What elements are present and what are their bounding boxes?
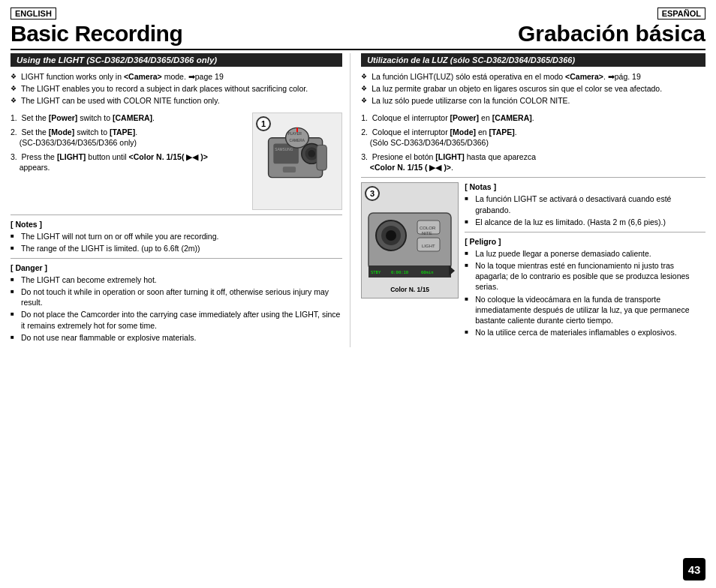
notes-es: [ Notas ] La función LIGHT se activará o… xyxy=(465,182,705,227)
section-header-es: Utilización de la LUZ (sólo SC-D362/D364… xyxy=(361,53,705,67)
svg-text:STBY: STBY xyxy=(371,270,381,274)
lang-badge-en: ENGLISH xyxy=(11,8,56,20)
step-en-1: 1. Set the [Power] switch to [CAMERA]. xyxy=(11,112,248,123)
bullet-en-2: The LIGHT can be used with COLOR NITE fu… xyxy=(11,95,342,106)
danger-en: [ Danger ] The LIGHT can become extremel… xyxy=(11,263,342,343)
svg-text:LIGHT: LIGHT xyxy=(422,244,435,248)
peligro-es-1: No la toque mientras esté en funcionamie… xyxy=(465,260,705,292)
color-nite-bottom: Color N. 1/15 xyxy=(390,286,429,293)
danger-en-1: Do not touch it while in operation or so… xyxy=(11,286,342,308)
danger-header-en: [ Danger ] xyxy=(11,263,342,272)
peligro-es-0: La luz puede llegar a ponerse demasiado … xyxy=(465,248,705,259)
step-es-2: 2. Coloque el interruptor [Mode] en [TAP… xyxy=(361,127,705,148)
step-es-3: 3. Presione el botón [LIGHT] hasta que a… xyxy=(361,152,705,172)
svg-point-15 xyxy=(386,230,396,241)
notes-en: [ Notes ] The LIGHT will not turn on or … xyxy=(11,220,342,254)
danger-list-en: The LIGHT can become extremely hot. Do n… xyxy=(11,274,342,343)
main-title-en: Basic Recording xyxy=(11,21,182,46)
right-column: Utilización de la LUZ (sólo SC-D362/D364… xyxy=(350,53,705,347)
peligro-list-es: La luz puede llegar a ponerse demasiado … xyxy=(465,248,705,338)
step3-badge: 3 xyxy=(365,186,380,201)
svg-text:0:00:10: 0:00:10 xyxy=(391,270,408,274)
svg-text:CAMERA: CAMERA xyxy=(290,138,305,142)
svg-text:NITE: NITE xyxy=(422,231,432,236)
danger-en-2: Do not place the Camcorder into the carr… xyxy=(11,309,342,330)
divider-danger xyxy=(11,258,342,259)
page-number: 43 xyxy=(683,558,705,580)
divider-es-mid xyxy=(361,177,705,178)
steps-image-row: 1. Set the [Power] switch to [CAMERA]. 2… xyxy=(11,112,342,210)
divider-mid xyxy=(11,214,342,215)
step1-badge: 1 xyxy=(256,116,271,131)
notes-header-es: [ Notas ] xyxy=(465,182,705,191)
peligro-header-es: [ Peligro ] xyxy=(465,237,705,246)
top-bar: ENGLISH ESPAÑOL xyxy=(11,8,705,20)
svg-rect-5 xyxy=(283,166,296,172)
note-es-0: La función LIGHT se activará o desactiva… xyxy=(465,194,705,214)
svg-text:PLAYER: PLAYER xyxy=(288,131,302,135)
left-column: Using the LIGHT (SC-D362/D364/D365/D366 … xyxy=(11,53,350,347)
light-image-area: 3 COLOR NITE LIGHT xyxy=(361,182,705,342)
step-en-2: 2. Set the [Mode] switch to [TAPE]. (SC-… xyxy=(11,127,248,148)
notes-list-en: The LIGHT will not turn on or off while … xyxy=(11,231,342,254)
light-image-step3: 3 COLOR NITE LIGHT xyxy=(361,182,459,298)
danger-en-0: The LIGHT can become extremely hot. xyxy=(11,274,342,285)
step-es-1: 1. Coloque el interruptor [Power] en [CA… xyxy=(361,112,705,123)
peligro-es-2: No coloque la videocámara en la funda de… xyxy=(465,294,705,326)
notes-header-en: [ Notes ] xyxy=(11,220,342,229)
bullet-es-0: La función LIGHT(LUZ) sólo está operativ… xyxy=(361,71,705,82)
note-en-0: The LIGHT will not turn on or off while … xyxy=(11,231,342,242)
steps-left: 1. Set the [Power] switch to [CAMERA]. 2… xyxy=(11,112,248,210)
svg-text:SAMSUNG: SAMSUNG xyxy=(275,148,293,152)
svg-text:60min: 60min xyxy=(421,270,434,274)
bullets-en: LIGHT function works only in <Camera> mo… xyxy=(11,71,342,106)
svg-marker-25 xyxy=(449,266,455,276)
svg-rect-11 xyxy=(317,145,326,170)
title-row: Basic Recording Grabación básica xyxy=(11,21,705,50)
svg-rect-21 xyxy=(369,266,451,278)
danger-en-3: Do not use near flammable or explosive m… xyxy=(11,332,342,343)
section-header-en: Using the LIGHT (SC-D362/D364/D365/D366 … xyxy=(11,53,342,67)
content-area: Using the LIGHT (SC-D362/D364/D365/D366 … xyxy=(11,53,705,347)
notes-list-es: La función LIGHT se activará o desactiva… xyxy=(465,194,705,227)
divider-es-peligro xyxy=(465,232,705,232)
peligro-es-3: No la utilice cerca de materiales inflam… xyxy=(465,327,705,338)
bullet-es-1: La luz permite grabar un objeto en ligar… xyxy=(361,83,705,94)
bullet-en-1: The LIGHT enables you to record a subjec… xyxy=(11,83,342,94)
step-en-3: 3. Press the [LIGHT] button until <Color… xyxy=(11,152,248,172)
svg-point-4 xyxy=(308,150,316,158)
bullet-en-0: LIGHT function works only in <Camera> mo… xyxy=(11,71,342,82)
peligro-es: [ Peligro ] La luz puede llegar a poners… xyxy=(465,237,705,338)
lang-badge-es: ESPAÑOL xyxy=(657,8,705,20)
notes-peligro-right: [ Notas ] La función LIGHT se activará o… xyxy=(465,182,705,342)
note-es-1: El alcance de la luz es limitado. (Hasta… xyxy=(465,217,705,227)
camcorder-image-step1: 1 SAMSUNG PLAYER CAMERA xyxy=(252,112,342,210)
bullets-es: La función LIGHT(LUZ) sólo está operativ… xyxy=(361,71,705,106)
page: ENGLISH ESPAÑOL Basic Recording Grabació… xyxy=(0,0,716,588)
bullet-es-2: La luz sólo puede utilizarse con la func… xyxy=(361,95,705,106)
svg-text:COLOR: COLOR xyxy=(420,226,436,230)
note-en-1: The range of the LIGHT is limited. (up t… xyxy=(11,243,342,254)
main-title-es: Grabación básica xyxy=(518,21,705,46)
